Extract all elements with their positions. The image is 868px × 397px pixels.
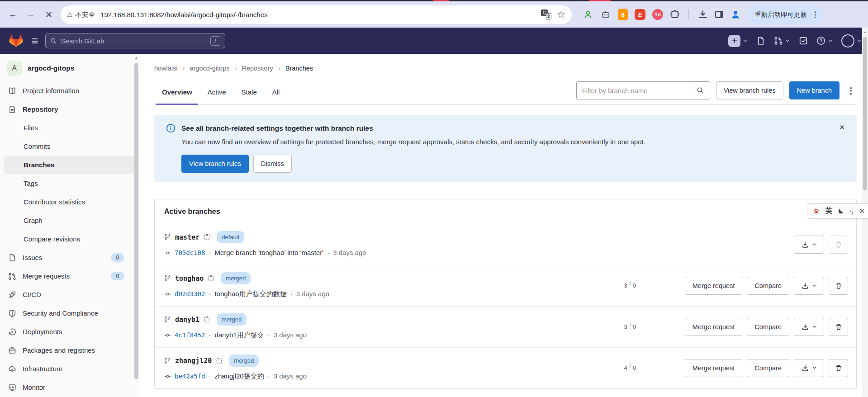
sidebar-item-monitor[interactable]: Monitor — [0, 378, 139, 397]
chrome-menu-icon[interactable]: ⋮ — [809, 10, 821, 19]
compare-button[interactable]: Compare — [747, 359, 789, 377]
page-scrollbar-thumb[interactable] — [863, 37, 867, 190]
side-panel-icon[interactable] — [711, 7, 727, 22]
extension-youdao-icon[interactable]: Yd — [652, 9, 663, 20]
view-branch-rules-button[interactable]: View branch rules — [716, 81, 783, 99]
scroll-up-arrow[interactable]: ▲ — [862, 28, 868, 36]
sidebar-item-merge-requests[interactable]: Merge requests 0 — [0, 267, 139, 285]
baidu-ime-logo-icon[interactable] — [812, 207, 820, 215]
more-actions-kebab-icon[interactable]: ⋮ — [845, 85, 857, 96]
tab-all[interactable]: All — [265, 81, 288, 104]
tab-active[interactable]: Active — [200, 81, 234, 104]
breadcrumb-group[interactable]: howlaisi — [154, 64, 178, 73]
sidebar-item-repository[interactable]: Repository — [0, 100, 139, 118]
download-branch-button[interactable] — [794, 359, 824, 377]
sidebar-item-branches[interactable]: Branches — [4, 156, 135, 174]
sidebar-item-infrastructure[interactable]: Infrastructure — [0, 359, 139, 378]
download-branch-button[interactable] — [794, 236, 824, 254]
extension-eight-icon[interactable]: 8 — [618, 9, 628, 20]
translate-icon[interactable]: G 文 — [541, 9, 551, 19]
ime-settings-gear-icon[interactable] — [859, 208, 865, 214]
sidebar-item-project-information[interactable]: Project information — [0, 81, 139, 100]
delete-branch-button[interactable] — [829, 236, 848, 254]
merge-request-button[interactable]: Merge request — [685, 359, 743, 377]
download-icon — [802, 241, 809, 248]
extension-person-icon[interactable] — [583, 9, 593, 20]
commit-icon — [164, 250, 171, 256]
download-branch-button[interactable] — [794, 318, 824, 336]
alert-close-icon[interactable]: ✕ — [839, 123, 845, 132]
sidebar-item-issues[interactable]: Issues 0 — [0, 248, 139, 267]
project-header[interactable]: A argocd-gitops — [0, 57, 139, 81]
breadcrumb-project[interactable]: argocd-gitops — [190, 64, 230, 73]
site-security-chip[interactable]: ⚠ 不安全 — [67, 10, 97, 19]
commit-sha-link[interactable]: d02d3302 — [175, 289, 205, 299]
sidebar-item-deployments[interactable]: Deployments — [0, 322, 139, 341]
profile-icon[interactable] — [727, 7, 744, 22]
chevron-down-icon — [743, 38, 748, 43]
issues-shortcut-button[interactable] — [756, 36, 765, 45]
browser-forward-button[interactable]: → — [22, 5, 40, 24]
delete-branch-button[interactable] — [829, 318, 848, 336]
scroll-up-arrow[interactable]: ▲ — [133, 54, 139, 61]
copy-branch-name-icon[interactable] — [204, 234, 210, 241]
branch-filter-input[interactable] — [576, 81, 691, 99]
compare-button[interactable]: Compare — [747, 277, 789, 295]
sidebar-item-contributor-statistics[interactable]: Contributor statistics — [0, 193, 139, 211]
delete-branch-button[interactable] — [829, 359, 848, 377]
sidebar-item-compare-revisions[interactable]: Compare revisions — [0, 230, 139, 248]
navbar-search[interactable]: Search GitLab / — [45, 33, 225, 48]
search-icon — [50, 38, 57, 44]
branch-name[interactable]: danyb1 — [175, 315, 199, 325]
tab-stale[interactable]: Stale — [234, 81, 265, 104]
downloads-icon[interactable] — [695, 7, 711, 22]
sidebar-scrollbar-thumb[interactable] — [134, 63, 138, 379]
ime-language-mode[interactable]: 英 — [825, 207, 832, 215]
address-bar[interactable]: ⚠ 不安全 192.168.80.131:8082/howlaisi/argoc… — [61, 5, 572, 24]
help-menu-button[interactable] — [816, 36, 833, 45]
browser-stop-button[interactable]: ✕ — [40, 5, 58, 24]
branch-name[interactable]: tonghao — [175, 274, 204, 284]
sidebar-item-files[interactable]: Files — [0, 118, 139, 137]
branch-name[interactable]: zhangjl20 — [175, 356, 212, 366]
branch-name[interactable]: master — [175, 232, 199, 242]
nav-menu-icon[interactable]: ≡ — [32, 34, 38, 47]
sidebar-item-cicd[interactable]: CI/CD — [0, 285, 139, 304]
user-menu-button[interactable] — [841, 34, 862, 47]
sidebar-item-graph[interactable]: Graph — [0, 211, 139, 230]
commit-sha-link[interactable]: be42a5fd — [175, 371, 205, 381]
merge-request-button[interactable]: Merge request — [685, 318, 743, 336]
copy-branch-name-icon[interactable] — [208, 275, 214, 282]
filter-search-button[interactable] — [691, 81, 710, 99]
copy-branch-name-icon[interactable] — [216, 357, 223, 364]
extensions-puzzle-icon[interactable] — [670, 9, 681, 20]
delete-branch-button[interactable] — [829, 277, 848, 295]
chevron-down-icon — [812, 283, 817, 288]
gitlab-logo-icon[interactable] — [9, 34, 23, 47]
ime-punctuation-mode[interactable]: ·, — [850, 207, 853, 215]
sidebar-item-tags[interactable]: Tags — [0, 174, 139, 193]
merge-requests-menu-button[interactable] — [774, 36, 790, 45]
extension-robot-icon[interactable] — [600, 9, 611, 20]
sidebar-item-packages-and-registries[interactable]: Packages and registries — [0, 341, 139, 359]
breadcrumb-repository[interactable]: Repository — [242, 64, 273, 73]
alert-view-branch-rules-button[interactable]: View branch rules — [181, 155, 249, 173]
new-branch-button[interactable]: New branch — [789, 81, 840, 99]
extension-e-icon[interactable]: E — [635, 9, 645, 20]
copy-branch-name-icon[interactable] — [204, 316, 210, 323]
bookmark-star-icon[interactable]: ☆ — [555, 9, 567, 20]
new-menu-button[interactable] — [728, 35, 748, 47]
merge-request-button[interactable]: Merge request — [685, 277, 743, 295]
alert-dismiss-button[interactable]: Dismiss — [253, 155, 292, 173]
sidebar-item-commits[interactable]: Commits — [0, 137, 139, 156]
browser-back-button[interactable]: ← — [4, 5, 22, 24]
commit-sha-link[interactable]: 705dc108 — [175, 248, 205, 258]
commit-sha-link[interactable]: 4c1f8452 — [175, 330, 205, 340]
chrome-update-button[interactable]: 重新启动即可更新 ⋮ — [747, 5, 823, 24]
todos-button[interactable] — [799, 36, 808, 45]
download-branch-button[interactable] — [794, 277, 824, 295]
sidebar-item-security-and-compliance[interactable]: Security and Compliance — [0, 304, 139, 322]
compare-button[interactable]: Compare — [747, 318, 789, 336]
tab-overview[interactable]: Overview — [154, 81, 200, 104]
ime-moon-icon[interactable] — [838, 208, 844, 214]
